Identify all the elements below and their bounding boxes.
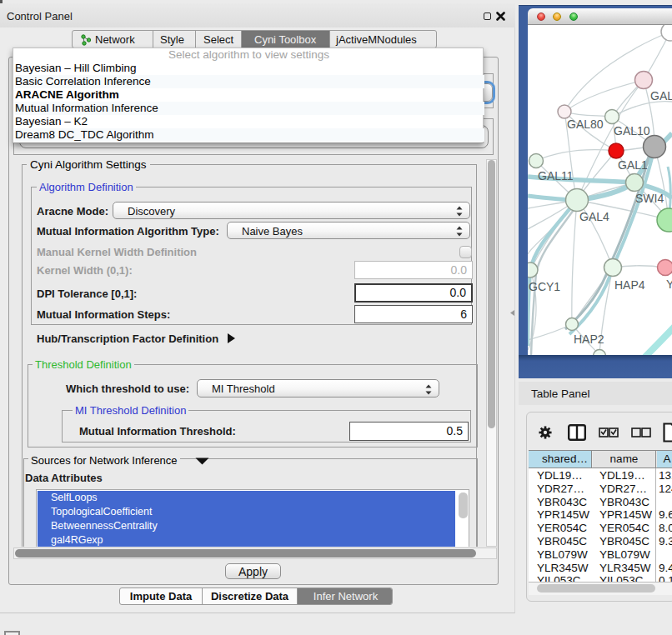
svg-text:GCY1: GCY1 [529, 280, 560, 293]
svg-text:GAL80: GAL80 [567, 118, 604, 131]
svg-text:SWI4: SWI4 [635, 192, 664, 205]
svg-text:GAL10: GAL10 [614, 124, 650, 138]
svg-text:GAL1: GAL1 [618, 158, 648, 172]
svg-text:GAL4: GAL4 [579, 210, 609, 223]
svg-text:GAL7: GAL7 [650, 89, 672, 102]
svg-text:GAL11: GAL11 [538, 169, 574, 182]
svg-text:HAP2: HAP2 [574, 332, 604, 346]
svg-text:YJ: YJ [666, 278, 672, 291]
svg-text:HAP4: HAP4 [614, 278, 645, 292]
